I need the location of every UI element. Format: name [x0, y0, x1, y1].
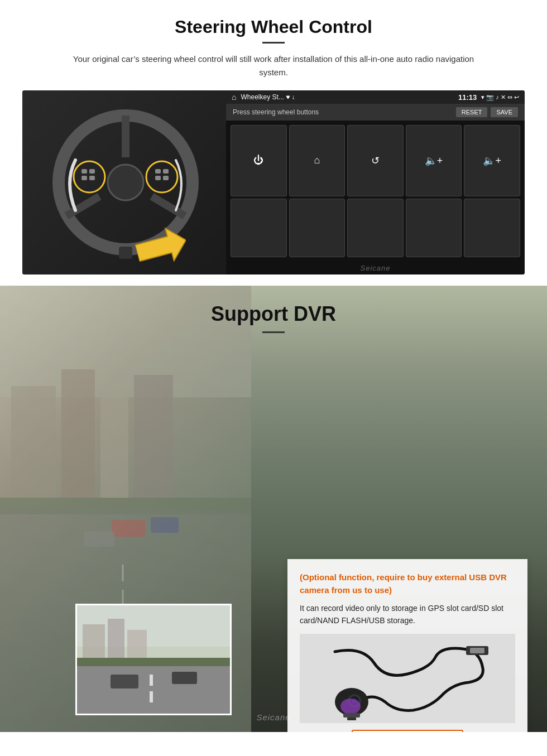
- dvr-camera-svg: [318, 635, 497, 721]
- steering-title: Steering Wheel Control: [22, 17, 525, 37]
- svg-rect-47: [343, 713, 360, 718]
- hu-cell-power[interactable]: ⏻: [231, 125, 287, 196]
- svg-rect-36: [150, 691, 153, 702]
- dvr-description: It can record video only to storage in G…: [300, 602, 515, 627]
- dvr-thumb-svg: [77, 604, 230, 714]
- dvr-dashcam-thumbnail: [75, 604, 232, 715]
- hu-cell-vol-down[interactable]: 🔈+: [464, 125, 520, 196]
- optional-function-button[interactable]: Optional Function: [352, 730, 464, 732]
- svg-rect-20: [100, 397, 128, 498]
- dvr-seicane-watermark: Seicane: [256, 712, 290, 722]
- svg-rect-24: [112, 520, 145, 537]
- hu-cell-empty4: [406, 199, 462, 258]
- hu-cell-back[interactable]: ↺: [347, 125, 404, 196]
- hu-status-icons: ▾ 📷 ♪ ✕ ⇔ ↩: [481, 94, 519, 101]
- steering-subtitle: Your original car’s steering wheel contr…: [73, 52, 474, 79]
- hu-app-title: Wheelkey St... ♥ ↓: [241, 93, 454, 101]
- svg-rect-38: [172, 672, 197, 684]
- svg-rect-25: [151, 517, 179, 533]
- svg-rect-10: [89, 176, 95, 180]
- svg-rect-39: [77, 658, 230, 666]
- svg-rect-41: [470, 648, 484, 653]
- svg-rect-21: [134, 375, 173, 498]
- dvr-title-divider: [262, 331, 285, 333]
- hu-cell-empty3: [347, 199, 404, 258]
- hu-control-bar: Press steering wheel buttons RESET SAVE: [226, 104, 525, 121]
- svg-rect-19: [61, 369, 95, 498]
- steering-composite-image: ⌂ Wheelkey St... ♥ ↓ 11:13 ▾ 📷 ♪ ✕ ⇔ ↩ P…: [22, 90, 525, 275]
- dvr-thumb-scene: [77, 605, 230, 714]
- hu-screen-content: ⌂ Wheelkey St... ♥ ↓ 11:13 ▾ 📷 ♪ ✕ ⇔ ↩ P…: [226, 90, 525, 275]
- hu-save-button[interactable]: SAVE: [491, 107, 518, 117]
- dvr-info-card: (Optional function, require to buy exter…: [287, 559, 527, 732]
- hu-bar-label: Press steering wheel buttons: [233, 108, 319, 116]
- svg-rect-26: [84, 531, 114, 547]
- svg-rect-37: [111, 675, 138, 688]
- hu-reset-button[interactable]: RESET: [456, 107, 488, 117]
- title-divider: [262, 42, 285, 44]
- hu-time: 11:13: [458, 93, 477, 102]
- svg-rect-11: [155, 169, 161, 174]
- dvr-section: Support DVR: [0, 286, 547, 732]
- svg-point-6: [146, 161, 177, 192]
- head-unit-screen: ⌂ Wheelkey St... ♥ ↓ 11:13 ▾ 📷 ♪ ✕ ⇔ ↩ P…: [226, 90, 525, 275]
- svg-rect-18: [11, 386, 56, 498]
- svg-rect-34: [77, 663, 230, 714]
- svg-rect-8: [89, 169, 95, 174]
- steering-section: Steering Wheel Control Your original car…: [0, 0, 547, 286]
- hu-cell-empty2: [289, 199, 346, 258]
- svg-rect-9: [81, 176, 87, 180]
- hu-button-grid: ⏻ ⌂ ↺ 🔈+ 🔈+: [226, 121, 525, 262]
- steering-wheel-photo: [22, 90, 229, 275]
- hu-watermark: Seicane: [226, 262, 525, 275]
- svg-point-46: [340, 699, 361, 714]
- hu-bar-buttons: RESET SAVE: [456, 107, 518, 117]
- svg-rect-48: [347, 718, 356, 720]
- dvr-camera-product-image: [300, 634, 515, 723]
- svg-rect-7: [81, 169, 87, 174]
- dvr-title: Support DVR: [0, 302, 547, 326]
- svg-rect-35: [150, 675, 153, 686]
- svg-rect-12: [163, 169, 169, 174]
- hu-statusbar: ⌂ Wheelkey St... ♥ ↓ 11:13 ▾ 📷 ♪ ✕ ⇔ ↩: [226, 90, 525, 104]
- svg-rect-14: [163, 176, 169, 180]
- dvr-optional-note: (Optional function, require to buy exter…: [300, 571, 515, 596]
- svg-rect-13: [155, 176, 161, 180]
- hu-cell-home[interactable]: ⌂: [289, 125, 346, 196]
- svg-point-4: [108, 165, 143, 200]
- hu-cell-empty1: [231, 199, 287, 258]
- hu-cell-vol-up[interactable]: 🔈+: [406, 125, 462, 196]
- hu-home-icon: ⌂: [232, 93, 236, 102]
- hu-cell-empty5: [464, 199, 520, 258]
- svg-rect-15: [119, 247, 132, 259]
